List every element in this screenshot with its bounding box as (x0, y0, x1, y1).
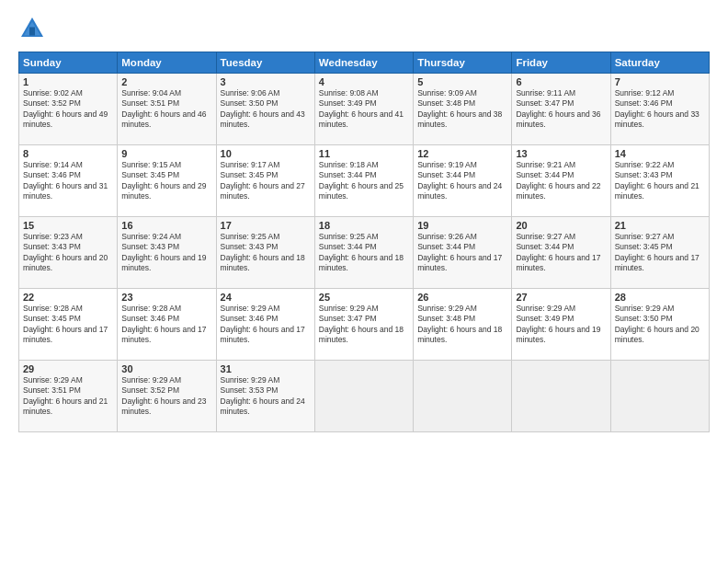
cell-info: Sunrise: 9:02 AMSunset: 3:52 PMDaylight:… (23, 88, 113, 131)
cell-info: Sunrise: 9:15 AMSunset: 3:45 PMDaylight:… (121, 160, 211, 202)
logo-icon (18, 15, 46, 42)
cell-info: Sunrise: 9:24 AMSunset: 3:43 PMDaylight:… (121, 232, 211, 274)
day-number: 14 (615, 148, 705, 159)
calendar-cell: 5 Sunrise: 9:09 AMSunset: 3:48 PMDayligh… (414, 74, 512, 145)
calendar-cell: 10 Sunrise: 9:17 AMSunset: 3:45 PMDaylig… (216, 145, 314, 217)
day-number: 21 (615, 220, 705, 231)
cell-info: Sunrise: 9:27 AMSunset: 3:44 PMDaylight:… (516, 232, 606, 274)
cell-info: Sunrise: 9:29 AMSunset: 3:49 PMDaylight:… (516, 304, 606, 346)
day-number: 30 (121, 363, 211, 374)
cell-info: Sunrise: 9:29 AMSunset: 3:50 PMDaylight:… (615, 304, 705, 346)
calendar-cell: 16 Sunrise: 9:24 AMSunset: 3:43 PMDaylig… (118, 217, 216, 289)
cell-info: Sunrise: 9:29 AMSunset: 3:48 PMDaylight:… (417, 304, 507, 346)
calendar-header-thursday: Thursday (414, 52, 512, 74)
cell-info: Sunrise: 9:21 AMSunset: 3:44 PMDaylight:… (516, 160, 606, 202)
day-number: 9 (121, 148, 211, 159)
day-number: 17 (221, 220, 311, 231)
cell-info: Sunrise: 9:04 AMSunset: 3:51 PMDaylight:… (121, 88, 211, 131)
cell-info: Sunrise: 9:19 AMSunset: 3:44 PMDaylight:… (417, 160, 507, 202)
calendar-cell: 18 Sunrise: 9:25 AMSunset: 3:44 PMDaylig… (314, 217, 413, 289)
cell-info: Sunrise: 9:29 AMSunset: 3:53 PMDaylight:… (221, 375, 311, 418)
svg-rect-2 (29, 28, 35, 36)
cell-info: Sunrise: 9:08 AMSunset: 3:49 PMDaylight:… (319, 88, 409, 131)
calendar-week-4: 22 Sunrise: 9:28 AMSunset: 3:45 PMDaylig… (19, 289, 710, 361)
calendar-cell: 24 Sunrise: 9:29 AMSunset: 3:46 PMDaylig… (216, 289, 314, 361)
day-number: 20 (516, 220, 606, 231)
calendar-cell: 19 Sunrise: 9:26 AMSunset: 3:44 PMDaylig… (414, 217, 512, 289)
day-number: 8 (23, 148, 113, 159)
calendar-week-1: 1 Sunrise: 9:02 AMSunset: 3:52 PMDayligh… (19, 74, 710, 145)
day-number: 19 (417, 220, 507, 231)
day-number: 3 (221, 76, 311, 87)
calendar-cell: 23 Sunrise: 9:28 AMSunset: 3:46 PMDaylig… (118, 289, 216, 361)
calendar-cell: 21 Sunrise: 9:27 AMSunset: 3:45 PMDaylig… (610, 217, 709, 289)
calendar-cell (512, 361, 610, 432)
cell-info: Sunrise: 9:12 AMSunset: 3:46 PMDaylight:… (615, 88, 705, 131)
cell-info: Sunrise: 9:11 AMSunset: 3:47 PMDaylight:… (516, 88, 606, 131)
calendar-header-monday: Monday (118, 52, 216, 74)
day-number: 5 (417, 76, 507, 87)
calendar-cell: 27 Sunrise: 9:29 AMSunset: 3:49 PMDaylig… (512, 289, 610, 361)
cell-info: Sunrise: 9:26 AMSunset: 3:44 PMDaylight:… (417, 232, 507, 274)
calendar-cell: 15 Sunrise: 9:23 AMSunset: 3:43 PMDaylig… (19, 217, 118, 289)
day-number: 4 (319, 76, 409, 87)
cell-info: Sunrise: 9:09 AMSunset: 3:48 PMDaylight:… (417, 88, 507, 131)
cell-info: Sunrise: 9:14 AMSunset: 3:46 PMDaylight:… (23, 160, 113, 202)
cell-info: Sunrise: 9:29 AMSunset: 3:47 PMDaylight:… (319, 304, 409, 346)
cell-info: Sunrise: 9:23 AMSunset: 3:43 PMDaylight:… (23, 232, 113, 274)
day-number: 31 (221, 363, 311, 374)
calendar-cell: 12 Sunrise: 9:19 AMSunset: 3:44 PMDaylig… (414, 145, 512, 217)
calendar-week-5: 29 Sunrise: 9:29 AMSunset: 3:51 PMDaylig… (19, 361, 710, 432)
calendar-cell: 29 Sunrise: 9:29 AMSunset: 3:51 PMDaylig… (19, 361, 118, 432)
day-number: 13 (516, 148, 606, 159)
calendar-cell: 9 Sunrise: 9:15 AMSunset: 3:45 PMDayligh… (118, 145, 216, 217)
calendar-header-row: SundayMondayTuesdayWednesdayThursdayFrid… (19, 52, 710, 74)
calendar-cell: 17 Sunrise: 9:25 AMSunset: 3:43 PMDaylig… (216, 217, 314, 289)
calendar-header-saturday: Saturday (610, 52, 709, 74)
cell-info: Sunrise: 9:22 AMSunset: 3:43 PMDaylight:… (615, 160, 705, 202)
day-number: 23 (121, 292, 211, 303)
calendar-cell (414, 361, 512, 432)
day-number: 27 (516, 292, 606, 303)
day-number: 6 (516, 76, 606, 87)
calendar-header-tuesday: Tuesday (216, 52, 314, 74)
calendar-cell: 3 Sunrise: 9:06 AMSunset: 3:50 PMDayligh… (216, 74, 314, 145)
calendar-cell: 22 Sunrise: 9:28 AMSunset: 3:45 PMDaylig… (19, 289, 118, 361)
day-number: 15 (23, 220, 113, 231)
calendar-cell: 14 Sunrise: 9:22 AMSunset: 3:43 PMDaylig… (610, 145, 709, 217)
cell-info: Sunrise: 9:17 AMSunset: 3:45 PMDaylight:… (221, 160, 311, 202)
day-number: 2 (121, 76, 211, 87)
page: SundayMondayTuesdayWednesdayThursdayFrid… (0, 0, 728, 563)
day-number: 11 (319, 148, 409, 159)
cell-info: Sunrise: 9:29 AMSunset: 3:51 PMDaylight:… (23, 375, 113, 418)
calendar-cell: 26 Sunrise: 9:29 AMSunset: 3:48 PMDaylig… (414, 289, 512, 361)
day-number: 12 (417, 148, 507, 159)
day-number: 7 (615, 76, 705, 87)
calendar-week-2: 8 Sunrise: 9:14 AMSunset: 3:46 PMDayligh… (19, 145, 710, 217)
cell-info: Sunrise: 9:29 AMSunset: 3:52 PMDaylight:… (121, 375, 211, 418)
calendar-cell: 8 Sunrise: 9:14 AMSunset: 3:46 PMDayligh… (19, 145, 118, 217)
calendar-cell: 28 Sunrise: 9:29 AMSunset: 3:50 PMDaylig… (610, 289, 709, 361)
calendar-cell: 31 Sunrise: 9:29 AMSunset: 3:53 PMDaylig… (216, 361, 314, 432)
day-number: 24 (221, 292, 311, 303)
cell-info: Sunrise: 9:06 AMSunset: 3:50 PMDaylight:… (221, 88, 311, 131)
calendar-cell: 13 Sunrise: 9:21 AMSunset: 3:44 PMDaylig… (512, 145, 610, 217)
calendar-cell: 1 Sunrise: 9:02 AMSunset: 3:52 PMDayligh… (19, 74, 118, 145)
calendar-table: SundayMondayTuesdayWednesdayThursdayFrid… (18, 52, 710, 432)
calendar-cell: 11 Sunrise: 9:18 AMSunset: 3:44 PMDaylig… (314, 145, 413, 217)
cell-info: Sunrise: 9:27 AMSunset: 3:45 PMDaylight:… (615, 232, 705, 274)
calendar-cell: 6 Sunrise: 9:11 AMSunset: 3:47 PMDayligh… (512, 74, 610, 145)
cell-info: Sunrise: 9:25 AMSunset: 3:43 PMDaylight:… (221, 232, 311, 274)
day-number: 26 (417, 292, 507, 303)
calendar-cell: 2 Sunrise: 9:04 AMSunset: 3:51 PMDayligh… (118, 74, 216, 145)
day-number: 1 (23, 76, 113, 87)
day-number: 28 (615, 292, 705, 303)
calendar-cell: 20 Sunrise: 9:27 AMSunset: 3:44 PMDaylig… (512, 217, 610, 289)
logo (18, 15, 50, 42)
cell-info: Sunrise: 9:18 AMSunset: 3:44 PMDaylight:… (319, 160, 409, 202)
header (18, 15, 710, 42)
calendar-header-wednesday: Wednesday (314, 52, 413, 74)
day-number: 25 (319, 292, 409, 303)
calendar-cell (610, 361, 709, 432)
calendar-header-sunday: Sunday (19, 52, 118, 74)
